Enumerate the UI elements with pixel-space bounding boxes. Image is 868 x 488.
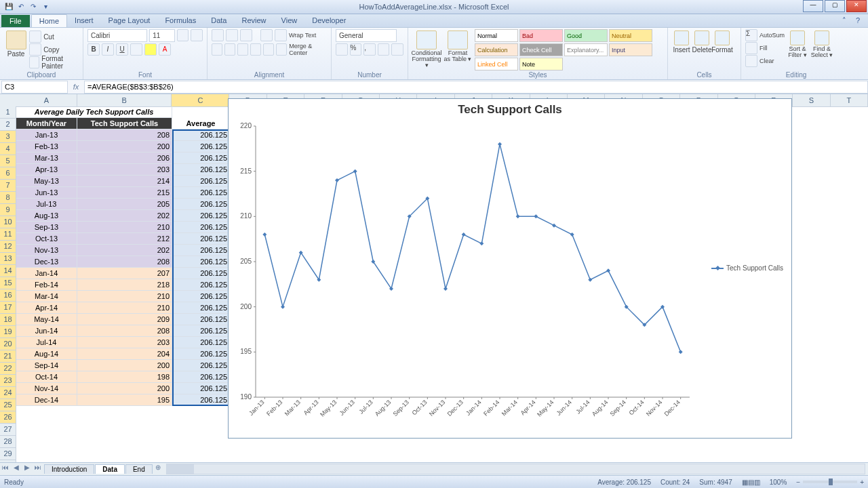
row-header-4[interactable]: 4 xyxy=(0,143,16,155)
cell-C13[interactable]: 206.125 xyxy=(172,245,230,256)
cell-A15[interactable]: Jan-14 xyxy=(16,268,77,279)
ribbon-tab-insert[interactable]: Insert xyxy=(67,14,101,27)
find-select-button[interactable]: Find &Select ▾ xyxy=(810,29,833,67)
formula-input[interactable]: =AVERAGE($B$3:$B$26) xyxy=(84,81,868,94)
format-as-table-button[interactable]: Formatas Table ▾ xyxy=(443,29,472,68)
bold-icon[interactable]: B xyxy=(87,43,100,56)
zoom-slider[interactable]: −+ xyxy=(796,479,864,486)
cell-C10[interactable]: 206.125 xyxy=(172,210,230,222)
cell-C2[interactable]: Average xyxy=(172,118,230,129)
cell-C6[interactable]: 206.125 xyxy=(172,164,230,176)
cell-B12[interactable]: 212 xyxy=(77,233,172,245)
cell-B18[interactable]: 210 xyxy=(77,302,172,314)
style-linked-cell[interactable]: Linked Cell xyxy=(475,58,518,70)
cell-B3[interactable]: 208 xyxy=(77,129,172,141)
row-header-11[interactable]: 11 xyxy=(0,228,16,241)
row-header-6[interactable]: 6 xyxy=(0,167,16,180)
cell-C16[interactable]: 206.125 xyxy=(172,279,230,291)
new-sheet-icon[interactable]: ⊕ xyxy=(153,464,163,474)
percent-icon[interactable]: % xyxy=(350,43,362,56)
cell-B5[interactable]: 206 xyxy=(77,152,172,164)
row-header-29[interactable]: 29 xyxy=(0,448,16,460)
cell-C19[interactable]: 206.125 xyxy=(172,314,230,325)
cell-B25[interactable]: 200 xyxy=(77,383,172,394)
cell-A20[interactable]: Jun-14 xyxy=(16,325,77,337)
cell-C23[interactable]: 206.125 xyxy=(172,360,230,371)
cell-A9[interactable]: Jul-13 xyxy=(16,199,77,210)
style-note[interactable]: Note xyxy=(519,58,563,70)
cell-A16[interactable]: Feb-14 xyxy=(16,279,77,291)
row-header-2[interactable]: 2 xyxy=(0,119,16,131)
align-bottom-icon[interactable] xyxy=(240,29,252,41)
cell-A2[interactable]: Month/Year xyxy=(16,118,77,129)
cell-B20[interactable]: 208 xyxy=(77,325,172,337)
sheet-nav-first-icon[interactable]: ⏮ xyxy=(0,464,11,474)
row-header-23[interactable]: 23 xyxy=(0,375,16,387)
sheet-nav-next-icon[interactable]: ▶ xyxy=(22,464,33,474)
cell-B11[interactable]: 210 xyxy=(77,222,172,233)
increase-decimal-icon[interactable] xyxy=(378,43,390,56)
ribbon-tab-view[interactable]: View xyxy=(274,14,305,27)
sheet-nav-last-icon[interactable]: ⏭ xyxy=(33,464,43,474)
cell-B10[interactable]: 202 xyxy=(77,210,172,222)
cell-A21[interactable]: Jul-14 xyxy=(16,337,77,348)
border-icon[interactable] xyxy=(130,43,142,56)
cell-C9[interactable]: 206.125 xyxy=(172,199,230,210)
row-header-22[interactable]: 22 xyxy=(0,363,16,375)
comma-icon[interactable]: , xyxy=(363,43,376,56)
cell-A7[interactable]: May-13 xyxy=(16,176,77,187)
paste-button[interactable]: Paste xyxy=(4,29,28,68)
cell-C25[interactable]: 206.125 xyxy=(172,383,230,394)
align-right-icon[interactable] xyxy=(237,43,248,56)
sheet-tab-introduction[interactable]: Introduction xyxy=(44,464,94,474)
row-header-8[interactable]: 8 xyxy=(0,192,16,204)
row-header-10[interactable]: 10 xyxy=(0,216,16,228)
font-color-icon[interactable]: A xyxy=(159,43,171,56)
cell-B24[interactable]: 198 xyxy=(77,371,172,383)
view-layout-icon[interactable]: ▤ xyxy=(748,479,754,486)
view-pagebreak-icon[interactable]: ▥ xyxy=(754,479,760,486)
cell-B13[interactable]: 202 xyxy=(77,245,172,256)
cut-button[interactable]: Cut xyxy=(29,30,79,43)
decrease-indent-icon[interactable] xyxy=(250,43,261,56)
number-format-select[interactable]: General xyxy=(336,29,397,42)
cell-B14[interactable]: 208 xyxy=(77,256,172,268)
cell-A8[interactable]: Jun-13 xyxy=(16,187,77,199)
cell-C3[interactable]: 206.125 xyxy=(172,129,230,141)
cell-C12[interactable]: 206.125 xyxy=(172,233,230,245)
merge-icon[interactable] xyxy=(276,43,287,56)
increase-font-icon[interactable] xyxy=(177,29,189,41)
sheet-nav-prev-icon[interactable]: ◀ xyxy=(11,464,22,474)
font-size-select[interactable]: 11 xyxy=(149,29,174,42)
fill-color-icon[interactable] xyxy=(144,43,157,56)
row-header-5[interactable]: 5 xyxy=(0,155,16,167)
cell-C8[interactable]: 206.125 xyxy=(172,187,230,199)
cell-A11[interactable]: Sep-13 xyxy=(16,222,77,233)
style-explanatory-[interactable]: Explanatory... xyxy=(564,43,608,56)
format-cells-button[interactable]: Format xyxy=(713,29,732,54)
row-header-9[interactable]: 9 xyxy=(0,204,16,216)
maximize-button[interactable]: ▢ xyxy=(825,0,845,12)
row-header-3[interactable]: 3 xyxy=(0,131,16,143)
style-calculation[interactable]: Calculation xyxy=(475,43,518,56)
style-normal[interactable]: Normal xyxy=(475,29,518,42)
row-header-20[interactable]: 20 xyxy=(0,338,16,350)
column-header-B[interactable]: B xyxy=(77,94,172,107)
fill-button[interactable]: Fill xyxy=(745,42,785,54)
cell-A19[interactable]: May-14 xyxy=(16,314,77,325)
row-header-1[interactable]: 1 xyxy=(0,106,16,119)
autosum-button[interactable]: ΣAutoSum xyxy=(745,29,785,41)
row-header-27[interactable]: 27 xyxy=(0,424,16,436)
row-header-21[interactable]: 21 xyxy=(0,350,16,363)
worksheet-grid[interactable]: ABCDEFGHIJKLMNOPQRST 1234567891011121314… xyxy=(0,94,868,462)
row-header-14[interactable]: 14 xyxy=(0,265,16,277)
ribbon-tab-formulas[interactable]: Formulas xyxy=(157,14,203,27)
row-header-17[interactable]: 17 xyxy=(0,302,16,314)
cell-B16[interactable]: 218 xyxy=(77,279,172,291)
cell-A4[interactable]: Feb-13 xyxy=(16,141,77,152)
column-header-C[interactable]: C xyxy=(172,94,229,107)
sheet-tab-end[interactable]: End xyxy=(125,464,153,474)
cell-C24[interactable]: 206.125 xyxy=(172,371,230,383)
cell-A26[interactable]: Dec-14 xyxy=(16,394,77,406)
column-header-A[interactable]: A xyxy=(16,94,77,107)
